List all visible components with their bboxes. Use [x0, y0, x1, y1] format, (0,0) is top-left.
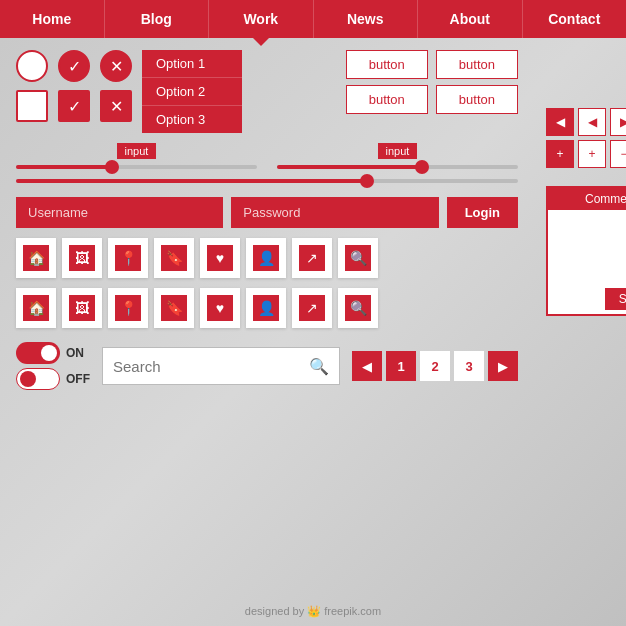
search-icon: 🔍 — [309, 357, 329, 376]
pagination: ◀ 1 2 3 ▶ — [352, 351, 518, 381]
plus-2-btn[interactable]: + — [578, 140, 606, 168]
comment-textarea[interactable] — [548, 210, 626, 280]
slider-3-container — [16, 177, 518, 183]
radio-checked[interactable]: ✓ — [58, 50, 90, 82]
icon-image[interactable]: 🖼 — [62, 238, 102, 278]
checkbox-empty[interactable] — [16, 90, 48, 122]
icon-heart[interactable]: ♥ — [200, 238, 240, 278]
dropdown-option[interactable]: Option 3 — [142, 106, 242, 133]
button-2[interactable]: button — [436, 50, 518, 79]
icon-arrow-2[interactable]: ↗ — [292, 288, 332, 328]
arrow-left-btn[interactable]: ◀ — [546, 108, 574, 136]
dropdown-option[interactable]: Option 1 — [142, 50, 242, 78]
radio-x[interactable]: ✕ — [100, 50, 132, 82]
slider-1-label: input — [117, 143, 157, 159]
nav-item-about[interactable]: About — [418, 0, 523, 38]
button-1[interactable]: button — [346, 50, 428, 79]
controls-row1: ✓ ✕ ✓ ✕ Option 1Option 2Option 3 button … — [16, 50, 518, 133]
icon-home-2[interactable]: 🏠 — [16, 288, 56, 328]
icon-row-2: 🏠 🖼 📍 🔖 ♥ 👤 ↗ 🔍 — [16, 288, 518, 328]
comment-box: Comment Submit — [546, 186, 626, 316]
login-form: Login — [16, 197, 518, 228]
icon-location[interactable]: 📍 — [108, 238, 148, 278]
toggle-group: ON OFF — [16, 342, 90, 390]
dropdown-menu[interactable]: Option 1Option 2Option 3 — [142, 50, 242, 133]
navbar: HomeBlogWorkNewsAboutContact — [0, 0, 626, 38]
arrow-left-2-btn[interactable]: ◀ — [578, 108, 606, 136]
icon-search-2[interactable]: 🔍 — [338, 288, 378, 328]
icon-search[interactable]: 🔍 — [338, 238, 378, 278]
watermark: designed by 👑 freepik.com — [245, 605, 381, 618]
nav-item-home[interactable]: Home — [0, 0, 105, 38]
icon-bookmark-2[interactable]: 🔖 — [154, 288, 194, 328]
password-input[interactable] — [231, 197, 438, 228]
toggle-on-row: ON — [16, 342, 90, 364]
slider-1: input — [16, 143, 257, 169]
arrow-row-1: ◀ ◀ ▶ ▶ — [546, 108, 626, 136]
nav-item-blog[interactable]: Blog — [105, 0, 210, 38]
icon-bookmark[interactable]: 🔖 — [154, 238, 194, 278]
button-3[interactable]: button — [346, 85, 428, 114]
icon-user-2[interactable]: 👤 — [246, 288, 286, 328]
nav-item-news[interactable]: News — [314, 0, 419, 38]
plus-minus-row: + + − − — [546, 140, 626, 168]
dropdown-option[interactable]: Option 2 — [142, 78, 242, 106]
toggle-off-row: OFF — [16, 368, 90, 390]
icon-image-2[interactable]: 🖼 — [62, 288, 102, 328]
submit-button[interactable]: Submit — [605, 288, 626, 310]
checkbox-checked[interactable]: ✓ — [58, 90, 90, 122]
icon-home[interactable]: 🏠 — [16, 238, 56, 278]
radio-empty[interactable] — [16, 50, 48, 82]
slider-2: input — [277, 143, 518, 169]
icon-arrow[interactable]: ↗ — [292, 238, 332, 278]
next-page-button[interactable]: ▶ — [488, 351, 518, 381]
toggle-on-label: ON — [66, 346, 84, 360]
nav-item-work[interactable]: Work — [209, 0, 314, 38]
toggle-off-switch[interactable] — [16, 368, 60, 390]
slider-2-track[interactable] — [277, 165, 518, 169]
login-button[interactable]: Login — [447, 197, 518, 228]
bottom-row: ON OFF 🔍 ◀ 1 2 3 ▶ — [16, 342, 518, 390]
icon-row-1: 🏠 🖼 📍 🔖 ♥ 👤 ↗ 🔍 — [16, 238, 518, 278]
prev-page-button[interactable]: ◀ — [352, 351, 382, 381]
slider-1-track[interactable] — [16, 165, 257, 169]
search-input[interactable] — [113, 358, 303, 375]
checkbox-group: ✓ ✕ ✓ ✕ — [16, 50, 132, 122]
comment-header: Comment — [548, 188, 626, 210]
username-input[interactable] — [16, 197, 223, 228]
toggle-off-label: OFF — [66, 372, 90, 386]
page-1-button[interactable]: 1 — [386, 351, 416, 381]
sliders-section: input input — [16, 143, 518, 183]
page-2-button[interactable]: 2 — [420, 351, 450, 381]
toggle-on-switch[interactable] — [16, 342, 60, 364]
icon-location-2[interactable]: 📍 — [108, 288, 148, 328]
plus-1-btn[interactable]: + — [546, 140, 574, 168]
icon-heart-2[interactable]: ♥ — [200, 288, 240, 328]
minus-1-btn[interactable]: − — [610, 140, 626, 168]
checkbox-x[interactable]: ✕ — [100, 90, 132, 122]
search-bar: 🔍 — [102, 347, 340, 385]
icon-user[interactable]: 👤 — [246, 238, 286, 278]
button-4[interactable]: button — [436, 85, 518, 114]
slider-3-track[interactable] — [16, 179, 518, 183]
page-3-button[interactable]: 3 — [454, 351, 484, 381]
right-panel: ◀ ◀ ▶ ▶ + + − − Comment Submit — [534, 38, 626, 402]
arrow-right-btn[interactable]: ▶ — [610, 108, 626, 136]
nav-item-contact[interactable]: Contact — [523, 0, 627, 38]
slider-2-label: input — [378, 143, 418, 159]
